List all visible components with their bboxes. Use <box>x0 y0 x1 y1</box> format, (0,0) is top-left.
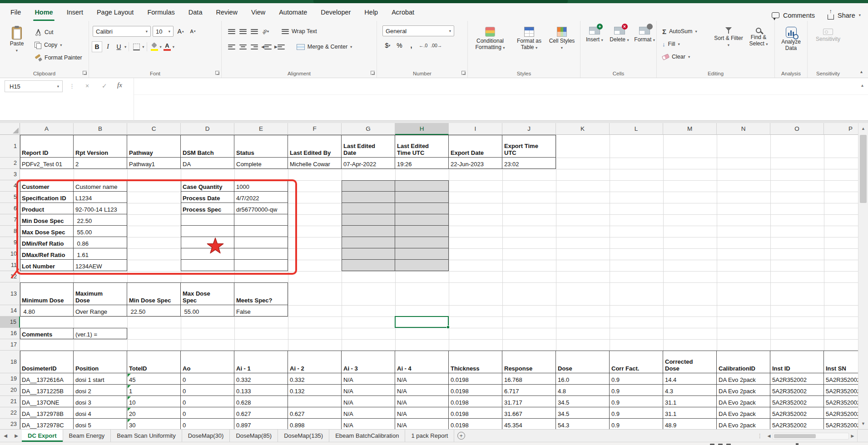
cell-P21[interactable]: 5A2R352002 <box>824 396 858 407</box>
name-box[interactable]: H15 ▾ <box>5 80 63 92</box>
cell-H23[interactable]: N/A <box>395 419 449 429</box>
delete-cells-button[interactable]: × Delete ▾ <box>608 25 631 78</box>
cell-O20[interactable]: 5A2R352002 <box>770 385 824 396</box>
cell-styles-button[interactable]: Cell Styles ▾ <box>549 25 575 78</box>
ribbon-tab-automate[interactable]: Automate <box>272 3 314 21</box>
cell-J1[interactable]: Export Time UTC <box>502 135 556 158</box>
cell-G21[interactable]: N/A <box>342 396 395 407</box>
cell-O23[interactable]: 5A2R352002 <box>770 419 824 429</box>
paste-button[interactable]: Paste ▾ <box>4 25 30 69</box>
cell-B13[interactable]: Maximum Dose <box>74 282 127 305</box>
comments-button[interactable]: Comments <box>772 12 815 19</box>
column-header-D[interactable]: D <box>181 123 234 135</box>
cell-C20[interactable]: 1 <box>127 385 181 396</box>
cell-A10[interactable]: DMax/Ref Ratio <box>20 248 74 260</box>
find-select-button[interactable]: Find & Select ▾ <box>744 25 773 78</box>
cell-H20[interactable]: N/A <box>395 385 449 396</box>
row-header-2[interactable]: 2 <box>0 158 20 169</box>
format-cells-button[interactable]: Format ▾ <box>633 25 656 78</box>
align-right-button[interactable] <box>249 41 259 52</box>
cell-B20[interactable]: dosi 2 <box>74 385 127 396</box>
cell-B9[interactable]: 0.86 <box>74 237 127 248</box>
italic-button[interactable]: I <box>103 41 113 52</box>
sheet-scroll-right-button[interactable]: ▶ <box>11 430 22 442</box>
hscroll-left-arrow[interactable]: ◀ <box>765 434 773 438</box>
autosum-button[interactable]: Σ AutoSum ▾ <box>660 25 713 37</box>
cell-P23[interactable]: 5A2R352002 <box>824 419 858 429</box>
row-header-17[interactable]: 17 <box>0 339 20 351</box>
row-header-3[interactable]: 3 <box>0 169 20 180</box>
row-header-1[interactable]: 1 <box>0 135 20 158</box>
cell-F20[interactable]: 0.132 <box>288 385 342 396</box>
font-name-select[interactable]: Calibri ▾ <box>93 26 151 37</box>
font-size-select[interactable]: 10 ▾ <box>153 26 174 37</box>
formula-input[interactable] <box>134 94 868 95</box>
cell-H2[interactable]: 19:26 <box>395 158 449 169</box>
cell-M20[interactable]: 4.3 <box>663 385 717 396</box>
cell-G18[interactable]: Ai - 3 <box>342 351 395 373</box>
sheet-scroll-left-button[interactable]: ◀ <box>0 430 11 442</box>
wrap-text-button[interactable]: Wrap Text <box>279 25 320 37</box>
cell-I20[interactable]: 0.0198 <box>449 385 502 396</box>
row-header-4[interactable]: 4 <box>0 180 20 192</box>
font-color-button[interactable]: A <box>162 43 172 51</box>
cell-D20[interactable]: 0 <box>181 385 234 396</box>
cell-K20[interactable]: 4.8 <box>556 385 610 396</box>
ribbon-tab-formulas[interactable]: Formulas <box>140 3 181 21</box>
cell-A2[interactable]: PDFv2_Test 01 <box>20 158 74 169</box>
cell-F23[interactable]: 0.898 <box>288 419 342 429</box>
increase-decimal-button[interactable]: ←.0 <box>418 40 428 51</box>
cell-D2[interactable]: DA <box>181 158 234 169</box>
cell-M23[interactable]: 48.9 <box>663 419 717 429</box>
cell-C14[interactable]: 22.50 <box>127 305 181 316</box>
row-header-10[interactable]: 10 <box>0 248 20 260</box>
increase-indent-button[interactable]: ▶ <box>273 41 286 52</box>
merge-center-button[interactable]: Merge & Center ▾ <box>294 41 355 53</box>
cancel-entry-button[interactable]: × <box>85 82 89 89</box>
cell-A20[interactable]: DA__1371225B <box>20 385 74 396</box>
tab-bar-splitter[interactable]: ⋮ <box>757 432 763 440</box>
cell-D4[interactable]: Case Quantity <box>181 180 234 192</box>
scroll-down-arrow[interactable]: ▼ <box>858 419 868 428</box>
cell-D5[interactable]: Process Date <box>181 192 234 203</box>
insert-cells-button[interactable]: + Insert ▾ <box>583 25 606 78</box>
column-header-F[interactable]: F <box>288 123 342 135</box>
cell-E20[interactable]: 0.133 <box>234 385 288 396</box>
fill-color-button[interactable] <box>149 43 159 51</box>
column-header-G[interactable]: G <box>342 123 395 135</box>
cell-K21[interactable]: 34.5 <box>556 396 610 407</box>
hscroll-track[interactable] <box>773 433 849 440</box>
cell-C21[interactable]: 10 <box>127 396 181 407</box>
row-header-22[interactable]: 22 <box>0 407 20 419</box>
cell-D21[interactable]: 0 <box>181 396 234 407</box>
cell-B10[interactable]: 1.61 <box>74 248 127 260</box>
cell-G1[interactable]: Last Edited Date <box>342 135 395 158</box>
cell-D22[interactable]: 0 <box>181 407 234 419</box>
cell-J20[interactable]: 6.717 <box>502 385 556 396</box>
cell-M22[interactable]: 31.1 <box>663 407 717 419</box>
row-header-23[interactable]: 23 <box>0 419 20 429</box>
ribbon-tab-view[interactable]: View <box>244 3 272 21</box>
column-header-P[interactable]: P <box>824 123 858 135</box>
cell-P22[interactable]: 5A2R352002 <box>824 407 858 419</box>
cell-M18[interactable]: Corrected Dose <box>663 351 717 373</box>
row-header-13[interactable]: 13 <box>0 282 20 305</box>
cell-N23[interactable]: DA Evo 2pack <box>717 419 770 429</box>
accounting-format-button[interactable]: $▾ <box>382 40 393 51</box>
cell-H19[interactable]: N/A <box>395 373 449 385</box>
sheet-tab-1-pack-report[interactable]: 1 pack Report <box>405 430 454 442</box>
cell-B19[interactable]: dosi 1 start <box>74 373 127 385</box>
cell-C23[interactable]: 30 <box>127 419 181 429</box>
cell-A4[interactable]: Customer <box>20 180 74 192</box>
cell-M19[interactable]: 14.4 <box>663 373 717 385</box>
cell-P19[interactable]: 5A2R352002 <box>824 373 858 385</box>
sort-filter-button[interactable]: Sort & Filter ▾ <box>714 25 743 78</box>
sheet-tab-dosemap-85-[interactable]: DoseMap(85) <box>230 430 278 442</box>
sheet-tab-beam-energy[interactable]: Beam Energy <box>63 430 111 442</box>
hscroll-right-arrow[interactable]: ▶ <box>849 434 856 438</box>
cell-O19[interactable]: 5A2R352002 <box>770 373 824 385</box>
cell-K18[interactable]: Dose <box>556 351 610 373</box>
row-header-8[interactable]: 8 <box>0 226 20 237</box>
cell-C2[interactable]: Pathway1 <box>127 158 181 169</box>
cell-C22[interactable]: 20 <box>127 407 181 419</box>
